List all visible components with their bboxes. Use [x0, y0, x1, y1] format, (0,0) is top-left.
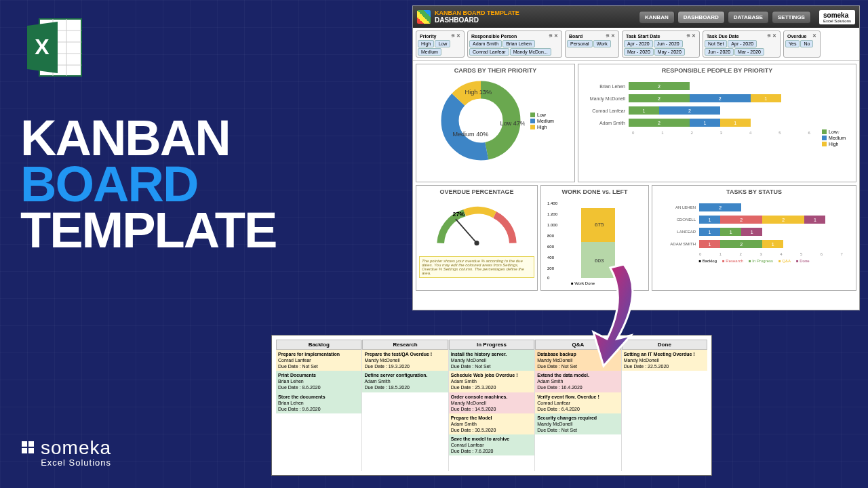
arrow-icon — [570, 258, 651, 373]
filter-due-date[interactable]: Task Due Date⚞ ✕ Not SetApr - 2020Jun - … — [703, 30, 781, 58]
nav-kanban[interactable]: KANBAN — [639, 11, 675, 24]
svg-text:27%: 27% — [452, 211, 465, 218]
svg-text:675: 675 — [595, 222, 604, 228]
chart-overdue-gauge: OVERDUE PERCENTAGE 27% The pointer shows… — [416, 185, 538, 291]
chart-tasks-by-status: TASKS BY STATUS AN LEHEN2 CDONELL1221 LA… — [652, 185, 856, 291]
charts-row-1: CARDS BY THEIR PRIORITY Low 47% Medium 4… — [413, 61, 859, 185]
kanban-column: ResearchPrepare the test/QA Overdue !Man… — [362, 340, 448, 471]
main-title: KANBAN BOARD TEMPLATE — [20, 115, 276, 253]
svg-text:1.000: 1.000 — [547, 223, 558, 227]
svg-rect-10 — [28, 441, 34, 447]
donut-chart: Low 47% Medium 40% High 13% — [437, 77, 525, 165]
kanban-column-header: Research — [362, 340, 448, 350]
someka-logo: someka Excel Solutions — [20, 437, 111, 468]
kanban-card[interactable]: Store the documentsBrian LehenDue Date :… — [276, 392, 361, 413]
kanban-card[interactable]: Define server configuration.Adam SmithDu… — [362, 371, 448, 392]
kanban-card[interactable]: Print DocumentsBrian LehenDue Date : 8.6… — [276, 371, 361, 392]
svg-point-20 — [474, 241, 479, 245]
kanban-column-header: In Progress — [449, 340, 534, 350]
nav-settings[interactable]: SETTINGS — [772, 11, 811, 24]
svg-text:600: 600 — [547, 245, 555, 249]
svg-text:200: 200 — [547, 266, 555, 270]
title-line-1: KANBAN — [20, 115, 276, 161]
kanban-card[interactable]: Security changes requiredMandy McDonellD… — [535, 413, 620, 434]
title-line-2: BOARD — [20, 161, 276, 207]
kanban-card[interactable]: Prepare the ModelAdam SmithDue Date : 30… — [449, 413, 534, 434]
dashboard-template-title: KANBAN BOARD TEMPLATE — [435, 10, 519, 16]
filter-board[interactable]: Board⚞ ✕ PersonalWork — [565, 30, 619, 58]
kanban-card[interactable]: Install the history server.Mandy McDonel… — [449, 350, 534, 371]
svg-rect-12 — [28, 448, 34, 453]
nav-buttons: KANBAN DASHBOARD DATABASE SETTINGS — [639, 11, 811, 24]
svg-text:1.200: 1.200 — [547, 212, 558, 216]
svg-text:Medium 40%: Medium 40% — [452, 131, 488, 138]
svg-text:X: X — [35, 35, 50, 59]
brand-sub: Excel Solutions — [20, 458, 111, 468]
kanban-card[interactable]: Schedule Web jobs Overdue !Adam SmithDue… — [449, 371, 534, 392]
svg-text:1.400: 1.400 — [547, 201, 558, 205]
svg-rect-11 — [22, 448, 27, 453]
kanban-card[interactable]: Order console machines.Mandy McDonellDue… — [449, 392, 534, 413]
kanban-card[interactable]: Verify event flow. Overdue !Conrad Lanfe… — [535, 392, 620, 413]
kanban-card[interactable]: Prepare for implementationConrad Lanfear… — [276, 350, 361, 371]
brand-name: someka — [41, 437, 111, 459]
nav-dashboard[interactable]: DASHBOARD — [677, 11, 725, 24]
gauge-note: The pointer shows your overdue % accordi… — [419, 256, 534, 278]
svg-rect-9 — [22, 441, 27, 447]
kanban-card[interactable]: Prepare the test/QA Overdue !Mandy McDon… — [362, 350, 448, 371]
chart-priority-donut: CARDS BY THEIR PRIORITY Low 47% Medium 4… — [416, 64, 575, 182]
dashboard-logo-icon — [417, 10, 431, 24]
filter-priority[interactable]: Priority⚞ ✕ HighLowMedium — [416, 30, 465, 58]
filter-person[interactable]: Responsible Person⚞ ✕ Adam SmithBrian Le… — [467, 30, 562, 58]
svg-line-19 — [456, 219, 477, 243]
svg-text:0: 0 — [547, 276, 550, 280]
filter-overdue[interactable]: Overdue✕ YesNo — [783, 30, 821, 58]
dashboard-page-title: DASHBOARD — [435, 16, 519, 24]
kanban-column: BacklogPrepare for implementationConrad … — [276, 340, 362, 471]
kanban-card[interactable]: Save the model to archiveConrad LanfearD… — [449, 434, 534, 455]
svg-text:400: 400 — [547, 256, 555, 260]
filter-start-date[interactable]: Task Start Date⚞ ✕ Apr - 2020Jun - 2020M… — [622, 30, 700, 58]
chart-people-priority: RESPONSIBLE PEOPLE BY PRIORITY Brian Leh… — [578, 64, 856, 182]
excel-icon: X — [20, 14, 88, 81]
nav-database[interactable]: DATABASE — [728, 11, 769, 24]
svg-text:800: 800 — [547, 234, 555, 238]
svg-text:Low 47%: Low 47% — [500, 120, 525, 127]
svg-text:High 13%: High 13% — [465, 89, 492, 96]
filter-row: Priority⚞ ✕ HighLowMedium Responsible Pe… — [413, 28, 859, 61]
title-line-3: TEMPLATE — [20, 207, 276, 253]
someka-badge: someka Excel Solutions — [819, 10, 855, 24]
kanban-column: In ProgressInstall the history server.Ma… — [449, 340, 535, 471]
dashboard-header: KANBAN BOARD TEMPLATE DASHBOARD KANBAN D… — [413, 6, 859, 28]
kanban-card[interactable]: Extend the data model.Adam SmithDue Date… — [535, 371, 620, 392]
kanban-column-header: Backlog — [276, 340, 361, 350]
